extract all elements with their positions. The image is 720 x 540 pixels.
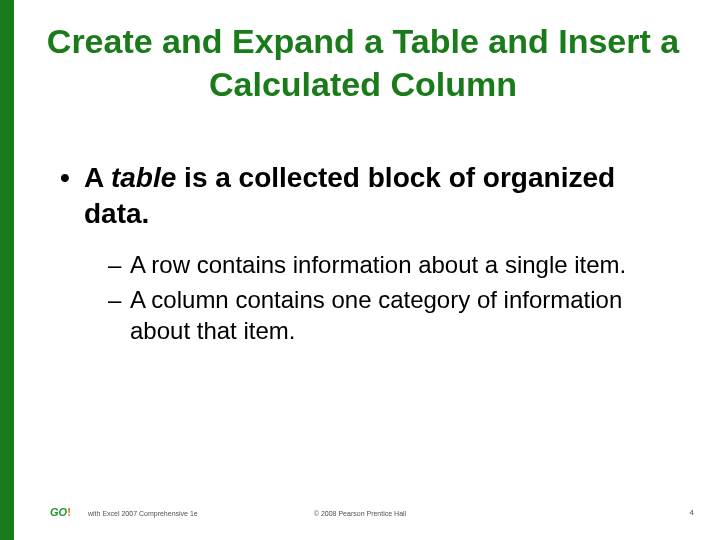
bullet-level1: A table is a collected block of organize…: [60, 160, 670, 233]
slide: Create and Expand a Table and Insert a C…: [0, 0, 720, 540]
sub-bullet-list: A row contains information about a singl…: [108, 249, 670, 347]
bullet1-prefix: A: [84, 162, 111, 193]
accent-bar: [0, 0, 14, 540]
slide-title: Create and Expand a Table and Insert a C…: [36, 20, 690, 105]
footer-page-number: 4: [690, 508, 694, 517]
slide-body: A table is a collected block of organize…: [60, 160, 670, 350]
bullet-level2: A column contains one category of inform…: [108, 284, 670, 346]
bullet-level2: A row contains information about a singl…: [108, 249, 670, 280]
slide-footer: GO! with Excel 2007 Comprehensive 1e © 2…: [0, 502, 720, 518]
footer-copyright: © 2008 Pearson Prentice Hall: [0, 510, 720, 517]
bullet1-emphasis: table: [111, 162, 176, 193]
